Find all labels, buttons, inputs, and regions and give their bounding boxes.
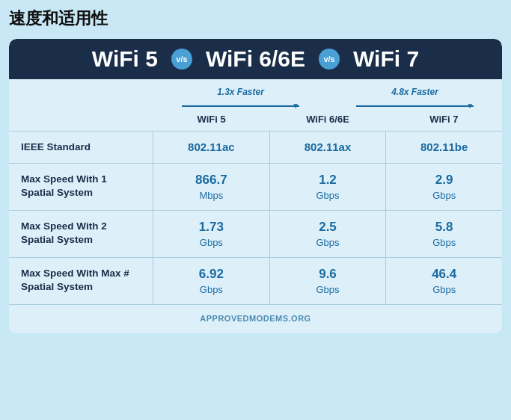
cell-value: 5.8	[391, 218, 498, 236]
table-row: Max Speed With Max # Spatial System 6.92…	[9, 257, 502, 305]
cell-unit: Gbps	[391, 283, 498, 297]
table: IEEE Standard 802.11ac 802.11ax 802.11be…	[9, 131, 502, 305]
wifi5-label: WiFi 5	[79, 46, 171, 72]
cell-value: 1.73	[158, 218, 265, 236]
arrow2-line	[349, 100, 480, 111]
cell-value: 802.11ac	[158, 139, 265, 155]
data-cell-r3c3: 46.4 Gbps	[386, 258, 502, 304]
cell-unit: Gbps	[391, 236, 498, 250]
table-row: IEEE Standard 802.11ac 802.11ax 802.11be	[9, 131, 502, 163]
cell-value: 866.7	[158, 171, 265, 189]
data-cell-r0c3: 802.11be	[386, 132, 502, 163]
col-header-wifi5: WiFi 5	[153, 112, 269, 129]
data-cell-r2c3: 5.8 Gbps	[386, 211, 502, 257]
comparison-card: WiFi 5 v/s WiFi 6/6E v/s WiFi 7 1.3x Fas…	[9, 39, 502, 333]
cell-value: 46.4	[391, 265, 498, 283]
table-row: Max Speed With 1 Spatial System 866.7 Mb…	[9, 163, 502, 210]
row-label-spacer	[9, 112, 153, 129]
cell-value: 1.2	[275, 171, 382, 189]
col-header-wifi6: WiFi 6/6E	[269, 112, 385, 129]
cell-unit: Gbps	[275, 236, 382, 250]
col-header-wifi7: WiFi 7	[386, 112, 502, 129]
table-row: Max Speed With 2 Spatial System 1.73 Gbp…	[9, 210, 502, 257]
data-cell-r1c1: 866.7 Mbps	[153, 164, 270, 210]
page-title: 速度和适用性	[9, 7, 502, 30]
data-cell-r1c3: 2.9 Gbps	[386, 164, 502, 210]
arrow-block-1: 1.3x Faster	[153, 87, 328, 111]
data-cell-r2c2: 2.5 Gbps	[270, 211, 387, 257]
arrow1-line	[175, 100, 306, 111]
data-cell-r0c2: 802.11ax	[270, 132, 387, 163]
header-banner: WiFi 5 v/s WiFi 6/6E v/s WiFi 7	[9, 39, 502, 79]
arrows-row: 1.3x Faster 4.8x Faster	[153, 79, 502, 112]
data-cell-r2c1: 1.73 Gbps	[153, 211, 270, 257]
data-cell-r0c1: 802.11ac	[153, 132, 270, 163]
cell-unit: Gbps	[275, 283, 382, 297]
data-cell-r3c1: 6.92 Gbps	[153, 258, 270, 304]
cell-value: 9.6	[275, 265, 382, 283]
wifi6-label: WiFi 6/6E	[192, 46, 319, 72]
vs2-badge: v/s	[319, 49, 340, 70]
row-label-2spatial: Max Speed With 2 Spatial System	[9, 211, 153, 257]
cell-value: 6.92	[158, 265, 265, 283]
footer-label: APPROVEDMODEMS.ORG	[9, 314, 502, 323]
cell-unit: Gbps	[391, 189, 498, 203]
cell-unit: Gbps	[158, 236, 265, 250]
cell-unit: Gbps	[275, 189, 382, 203]
data-cell-r1c2: 1.2 Gbps	[270, 164, 387, 210]
cell-value: 802.11ax	[275, 139, 382, 155]
cell-value: 2.5	[275, 218, 382, 236]
row-label-1spatial: Max Speed With 1 Spatial System	[9, 164, 153, 210]
cell-value: 2.9	[391, 171, 498, 189]
row-label-maxspatial: Max Speed With Max # Spatial System	[9, 258, 153, 304]
arrow1-label: 1.3x Faster	[217, 87, 264, 97]
data-cell-r3c2: 9.6 Gbps	[270, 258, 387, 304]
cell-unit: Mbps	[158, 189, 265, 203]
arrow2-label: 4.8x Faster	[391, 87, 438, 97]
arrow-block-2: 4.8x Faster	[328, 87, 502, 111]
cell-value: 802.11be	[391, 139, 498, 155]
vs1-badge: v/s	[171, 49, 192, 70]
wifi7-label: WiFi 7	[340, 46, 432, 72]
row-label-ieee: IEEE Standard	[9, 132, 153, 163]
col-headers-row: WiFi 5 WiFi 6/6E WiFi 7	[9, 112, 502, 129]
cell-unit: Gbps	[158, 283, 265, 297]
